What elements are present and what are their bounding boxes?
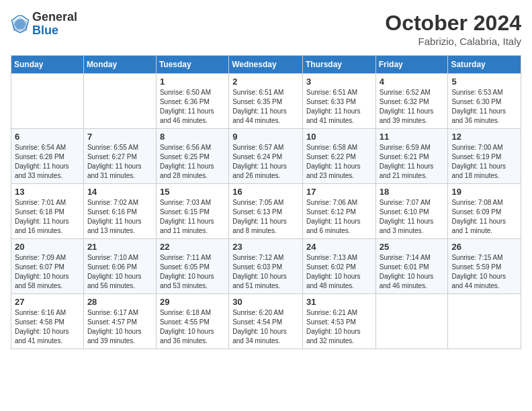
title-block: October 2024 Fabrizio, Calabria, Italy: [385, 11, 521, 47]
day-number: 20: [15, 242, 80, 252]
day-number: 22: [160, 242, 225, 252]
day-number: 14: [87, 187, 152, 197]
day-info: Sunrise: 6:58 AM Sunset: 6:22 PM Dayligh…: [306, 143, 372, 181]
calendar-day-cell: 31Sunrise: 6:21 AM Sunset: 4:53 PM Dayli…: [302, 294, 375, 349]
day-number: 23: [232, 242, 299, 252]
calendar-day-cell: 23Sunrise: 7:12 AM Sunset: 6:03 PM Dayli…: [229, 239, 303, 294]
day-number: 13: [15, 187, 80, 197]
day-number: 4: [380, 77, 445, 87]
weekday-header: Sunday: [11, 56, 84, 74]
month-title: October 2024: [385, 11, 521, 36]
day-number: 17: [306, 187, 372, 197]
weekday-header: Monday: [83, 56, 156, 74]
calendar-day-cell: 11Sunrise: 6:59 AM Sunset: 6:21 PM Dayli…: [375, 129, 448, 184]
calendar-day-cell: 30Sunrise: 6:20 AM Sunset: 4:54 PM Dayli…: [229, 294, 303, 349]
calendar-day-cell: 16Sunrise: 7:05 AM Sunset: 6:13 PM Dayli…: [229, 184, 303, 239]
calendar-day-cell: 6Sunrise: 6:54 AM Sunset: 6:28 PM Daylig…: [11, 129, 84, 184]
calendar-day-cell: 18Sunrise: 7:07 AM Sunset: 6:10 PM Dayli…: [375, 184, 448, 239]
day-info: Sunrise: 7:01 AM Sunset: 6:18 PM Dayligh…: [15, 198, 80, 236]
calendar-day-cell: 28Sunrise: 6:17 AM Sunset: 4:57 PM Dayli…: [83, 294, 156, 349]
day-info: Sunrise: 6:21 AM Sunset: 4:53 PM Dayligh…: [306, 308, 372, 346]
calendar-day-cell: [83, 74, 156, 129]
calendar-day-cell: 9Sunrise: 6:57 AM Sunset: 6:24 PM Daylig…: [229, 129, 303, 184]
calendar-week-row: 1Sunrise: 6:50 AM Sunset: 6:36 PM Daylig…: [11, 74, 521, 129]
calendar-day-cell: 22Sunrise: 7:11 AM Sunset: 6:05 PM Dayli…: [156, 239, 228, 294]
day-number: 3: [306, 77, 372, 87]
day-info: Sunrise: 6:54 AM Sunset: 6:28 PM Dayligh…: [15, 143, 80, 181]
calendar-day-cell: 5Sunrise: 6:53 AM Sunset: 6:30 PM Daylig…: [448, 74, 521, 129]
day-info: Sunrise: 6:17 AM Sunset: 4:57 PM Dayligh…: [87, 308, 152, 346]
day-number: 30: [232, 297, 299, 307]
logo-blue: Blue: [32, 24, 77, 38]
day-info: Sunrise: 6:51 AM Sunset: 6:35 PM Dayligh…: [232, 88, 299, 126]
day-info: Sunrise: 7:05 AM Sunset: 6:13 PM Dayligh…: [232, 198, 299, 236]
calendar-day-cell: [375, 294, 448, 349]
day-number: 6: [15, 132, 80, 142]
calendar-day-cell: 20Sunrise: 7:09 AM Sunset: 6:07 PM Dayli…: [11, 239, 84, 294]
day-info: Sunrise: 6:18 AM Sunset: 4:55 PM Dayligh…: [160, 308, 225, 346]
day-number: 9: [232, 132, 299, 142]
day-number: 2: [232, 77, 299, 87]
logo-text: General Blue: [32, 11, 77, 38]
day-info: Sunrise: 6:55 AM Sunset: 6:27 PM Dayligh…: [87, 143, 152, 181]
day-number: 24: [306, 242, 372, 252]
day-number: 7: [87, 132, 152, 142]
day-number: 26: [451, 242, 517, 252]
day-number: 12: [451, 132, 517, 142]
day-info: Sunrise: 7:08 AM Sunset: 6:09 PM Dayligh…: [451, 198, 517, 236]
day-info: Sunrise: 7:07 AM Sunset: 6:10 PM Dayligh…: [380, 198, 445, 236]
day-info: Sunrise: 7:10 AM Sunset: 6:06 PM Dayligh…: [87, 253, 152, 291]
weekday-header: Thursday: [302, 56, 375, 74]
day-info: Sunrise: 7:15 AM Sunset: 5:59 PM Dayligh…: [451, 253, 517, 291]
weekday-header: Saturday: [448, 56, 521, 74]
calendar-week-row: 20Sunrise: 7:09 AM Sunset: 6:07 PM Dayli…: [11, 239, 521, 294]
calendar-day-cell: 8Sunrise: 6:56 AM Sunset: 6:25 PM Daylig…: [156, 129, 228, 184]
day-number: 18: [380, 187, 445, 197]
calendar-day-cell: 17Sunrise: 7:06 AM Sunset: 6:12 PM Dayli…: [302, 184, 375, 239]
day-number: 8: [160, 132, 225, 142]
calendar-day-cell: 24Sunrise: 7:13 AM Sunset: 6:02 PM Dayli…: [302, 239, 375, 294]
calendar-day-cell: 14Sunrise: 7:02 AM Sunset: 6:16 PM Dayli…: [83, 184, 156, 239]
calendar-day-cell: 10Sunrise: 6:58 AM Sunset: 6:22 PM Dayli…: [302, 129, 375, 184]
day-info: Sunrise: 6:52 AM Sunset: 6:32 PM Dayligh…: [380, 88, 445, 126]
day-info: Sunrise: 7:03 AM Sunset: 6:15 PM Dayligh…: [160, 198, 225, 236]
calendar-day-cell: 12Sunrise: 7:00 AM Sunset: 6:19 PM Dayli…: [448, 129, 521, 184]
day-number: 31: [306, 297, 372, 307]
calendar-day-cell: 29Sunrise: 6:18 AM Sunset: 4:55 PM Dayli…: [156, 294, 228, 349]
calendar-day-cell: 13Sunrise: 7:01 AM Sunset: 6:18 PM Dayli…: [11, 184, 84, 239]
day-info: Sunrise: 6:56 AM Sunset: 6:25 PM Dayligh…: [160, 143, 225, 181]
day-info: Sunrise: 7:02 AM Sunset: 6:16 PM Dayligh…: [87, 198, 152, 236]
day-number: 27: [15, 297, 80, 307]
calendar-day-cell: [448, 294, 521, 349]
calendar-day-cell: 7Sunrise: 6:55 AM Sunset: 6:27 PM Daylig…: [83, 129, 156, 184]
calendar-day-cell: 4Sunrise: 6:52 AM Sunset: 6:32 PM Daylig…: [375, 74, 448, 129]
calendar-day-cell: 26Sunrise: 7:15 AM Sunset: 5:59 PM Dayli…: [448, 239, 521, 294]
day-info: Sunrise: 7:00 AM Sunset: 6:19 PM Dayligh…: [451, 143, 517, 181]
day-number: 5: [451, 77, 517, 87]
calendar-day-cell: 21Sunrise: 7:10 AM Sunset: 6:06 PM Dayli…: [83, 239, 156, 294]
location: Fabrizio, Calabria, Italy: [385, 36, 521, 47]
calendar-day-cell: 15Sunrise: 7:03 AM Sunset: 6:15 PM Dayli…: [156, 184, 228, 239]
logo-general: General: [32, 11, 77, 24]
day-info: Sunrise: 7:09 AM Sunset: 6:07 PM Dayligh…: [15, 253, 80, 291]
day-info: Sunrise: 6:51 AM Sunset: 6:33 PM Dayligh…: [306, 88, 372, 126]
calendar-day-cell: [11, 74, 84, 129]
day-number: 25: [380, 242, 445, 252]
day-number: 21: [87, 242, 152, 252]
day-number: 16: [232, 187, 299, 197]
calendar-day-cell: 27Sunrise: 6:16 AM Sunset: 4:58 PM Dayli…: [11, 294, 84, 349]
weekday-header-row: SundayMondayTuesdayWednesdayThursdayFrid…: [11, 56, 521, 74]
day-info: Sunrise: 7:13 AM Sunset: 6:02 PM Dayligh…: [306, 253, 372, 291]
calendar-week-row: 13Sunrise: 7:01 AM Sunset: 6:18 PM Dayli…: [11, 184, 521, 239]
day-info: Sunrise: 7:12 AM Sunset: 6:03 PM Dayligh…: [232, 253, 299, 291]
day-info: Sunrise: 6:20 AM Sunset: 4:54 PM Dayligh…: [232, 308, 299, 346]
calendar-week-row: 6Sunrise: 6:54 AM Sunset: 6:28 PM Daylig…: [11, 129, 521, 184]
calendar-day-cell: 19Sunrise: 7:08 AM Sunset: 6:09 PM Dayli…: [448, 184, 521, 239]
calendar-week-row: 27Sunrise: 6:16 AM Sunset: 4:58 PM Dayli…: [11, 294, 521, 349]
calendar-table: SundayMondayTuesdayWednesdayThursdayFrid…: [11, 55, 521, 349]
day-info: Sunrise: 6:16 AM Sunset: 4:58 PM Dayligh…: [15, 308, 80, 346]
logo-icon: [11, 15, 30, 34]
calendar-day-cell: 3Sunrise: 6:51 AM Sunset: 6:33 PM Daylig…: [302, 74, 375, 129]
logo: General Blue: [11, 11, 77, 38]
day-info: Sunrise: 6:59 AM Sunset: 6:21 PM Dayligh…: [380, 143, 445, 181]
